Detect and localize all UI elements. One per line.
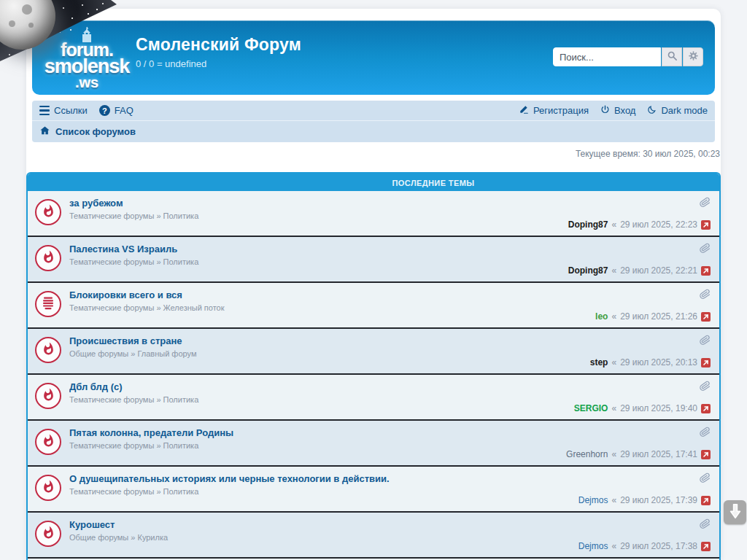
forum-link[interactable]: Политика bbox=[163, 257, 199, 266]
breadcrumb-forum-index[interactable]: Список форумов bbox=[39, 125, 136, 138]
topic-row[interactable]: Блокировки всего и вся Тематические фору… bbox=[28, 283, 719, 329]
forum-link[interactable]: Железный поток bbox=[163, 303, 225, 312]
topic-main: Палестина VS Израиль Тематические форумы… bbox=[69, 244, 581, 266]
goto-last-post-icon[interactable] bbox=[701, 542, 711, 551]
current-time: Текущее время: 30 июл 2025, 00:23 bbox=[26, 149, 720, 159]
goto-last-post-icon[interactable] bbox=[701, 358, 711, 368]
search-bar bbox=[553, 47, 703, 66]
topic-row[interactable]: Палестина VS Израиль Тематические форумы… bbox=[28, 237, 719, 283]
topic-status-icon bbox=[35, 475, 61, 501]
topic-forum-path: Тематические форумы » Политика bbox=[69, 257, 581, 266]
nav-login[interactable]: Вход bbox=[600, 105, 635, 117]
nav-faq[interactable]: ? FAQ bbox=[99, 105, 133, 116]
topic-title-link[interactable]: Дбл блд (с) bbox=[69, 381, 581, 392]
nav-register[interactable]: Регистрация bbox=[519, 104, 589, 117]
last-post-author[interactable]: Dejmos bbox=[578, 541, 608, 551]
navbar: Ссылки ? FAQ Регистрация bbox=[32, 101, 715, 142]
topics-list: за рубежом Тематические форумы » Политик… bbox=[28, 191, 719, 560]
flame-icon bbox=[42, 434, 55, 451]
recent-topics-header: ПОСЛЕДНИЕ ТЕМЫ bbox=[28, 174, 719, 191]
last-post-author[interactable]: step bbox=[590, 357, 608, 368]
paperclip-icon bbox=[700, 472, 711, 486]
last-post-author[interactable]: Greenhorn bbox=[566, 449, 608, 459]
path-separator: » bbox=[154, 303, 163, 312]
topic-title-link[interactable]: Курошест bbox=[69, 519, 581, 530]
scroll-to-bottom-button[interactable] bbox=[724, 500, 746, 524]
goto-last-post-icon[interactable] bbox=[701, 496, 711, 505]
last-post-date: 29 июл 2025, 17:39 bbox=[620, 495, 697, 505]
star-dot bbox=[9, 54, 10, 55]
lines-icon bbox=[41, 295, 55, 313]
nav-login-label: Вход bbox=[614, 105, 635, 116]
topic-forum-path: Тематические форумы » Политика bbox=[69, 211, 581, 220]
date-separator: « bbox=[611, 403, 616, 413]
recent-topics-panel: ПОСЛЕДНИЕ ТЕМЫ за рубежом Тема bbox=[26, 172, 721, 560]
forum-link[interactable]: Политика bbox=[163, 211, 199, 220]
topic-row[interactable]: Пятая колонна, предатели Родины Тематиче… bbox=[28, 421, 719, 467]
path-separator: » bbox=[128, 349, 137, 358]
topic-title-link[interactable]: Происшествия в стране bbox=[69, 335, 581, 346]
last-post-info: Dejmos « 29 июл 2025, 17:39 bbox=[578, 495, 711, 505]
forum-link[interactable]: Тематические форумы bbox=[69, 303, 154, 312]
forum-link[interactable]: Общие форумы bbox=[69, 349, 128, 358]
last-post-author[interactable]: Doping87 bbox=[568, 219, 608, 230]
site-logo[interactable]: forum. smolensk .ws bbox=[42, 26, 131, 90]
paperclip-icon bbox=[700, 518, 711, 532]
flame-icon bbox=[42, 342, 55, 359]
goto-last-post-icon[interactable] bbox=[701, 266, 711, 276]
goto-last-post-icon[interactable] bbox=[701, 312, 711, 322]
forum-link[interactable]: Главный форум bbox=[137, 349, 196, 358]
topic-title-link[interactable]: О душещипательных историях или черные те… bbox=[69, 473, 581, 484]
topic-row[interactable]: Курошест Общие форумы » Курилка Dejmos «… bbox=[28, 513, 719, 559]
date-separator: « bbox=[611, 541, 616, 551]
nav-darkmode[interactable]: Dark mode bbox=[647, 105, 708, 117]
down-arrow-icon bbox=[729, 503, 741, 522]
goto-last-post-icon[interactable] bbox=[701, 220, 711, 230]
forum-link[interactable]: Общие форумы bbox=[69, 533, 128, 542]
nav-links-label: Ссылки bbox=[54, 105, 88, 116]
topic-row[interactable]: Происшествия в стране Общие форумы » Гла… bbox=[28, 329, 719, 375]
breadcrumb-label: Список форумов bbox=[55, 126, 136, 137]
star-dot bbox=[82, 4, 83, 6]
last-post-info: leo « 29 июл 2025, 21:26 bbox=[595, 311, 711, 322]
site-header: forum. smolensk .ws Смоленский Форум 0 /… bbox=[32, 20, 715, 95]
topic-row[interactable]: Дбл блд (с) Тематические форумы » Полити… bbox=[28, 375, 719, 421]
site-title[interactable]: Смоленский Форум bbox=[136, 35, 301, 55]
search-button[interactable] bbox=[662, 47, 682, 66]
topic-title-link[interactable]: Палестина VS Израиль bbox=[69, 244, 581, 254]
last-post-date: 29 июл 2025, 22:21 bbox=[620, 265, 697, 276]
forum-link[interactable]: Тематические форумы bbox=[69, 395, 154, 404]
path-separator: » bbox=[128, 533, 137, 542]
topic-title-link[interactable]: за рубежом bbox=[69, 198, 581, 209]
last-post-author[interactable]: leo bbox=[595, 311, 608, 322]
forum-link[interactable]: Тематические форумы bbox=[69, 487, 154, 496]
date-separator: « bbox=[611, 495, 616, 505]
last-post-author[interactable]: Doping87 bbox=[568, 265, 608, 276]
topic-row[interactable]: О душещипательных историях или черные те… bbox=[28, 467, 719, 513]
goto-last-post-icon[interactable] bbox=[701, 450, 711, 459]
nav-links-menu[interactable]: Ссылки bbox=[39, 105, 88, 116]
advanced-search-button[interactable] bbox=[683, 47, 703, 66]
page-container: forum. smolensk .ws Смоленский Форум 0 /… bbox=[26, 9, 721, 560]
forum-link[interactable]: Курилка bbox=[137, 533, 168, 542]
topic-row[interactable]: за рубежом Тематические форумы » Политик… bbox=[28, 191, 719, 237]
topic-status-icon bbox=[35, 337, 61, 363]
forum-link[interactable]: Политика bbox=[163, 487, 199, 496]
topic-title-link[interactable]: Блокировки всего и вся bbox=[69, 289, 581, 300]
topic-title-link[interactable]: Пятая колонна, предатели Родины bbox=[69, 427, 581, 438]
forum-link[interactable]: Тематические форумы bbox=[69, 257, 154, 266]
last-post-author[interactable]: Dejmos bbox=[578, 495, 608, 505]
goto-last-post-icon[interactable] bbox=[701, 404, 711, 413]
topic-status-icon bbox=[35, 521, 61, 547]
recent-topics-title: ПОСЛЕДНИЕ ТЕМЫ bbox=[392, 179, 475, 187]
forum-link[interactable]: Тематические форумы bbox=[69, 441, 154, 450]
topic-forum-path: Тематические форумы » Политика bbox=[69, 487, 581, 496]
forum-link[interactable]: Политика bbox=[163, 395, 199, 404]
last-post-date: 29 июл 2025, 17:41 bbox=[620, 449, 697, 459]
forum-link[interactable]: Тематические форумы bbox=[69, 211, 154, 220]
forum-link[interactable]: Политика bbox=[163, 441, 199, 450]
last-post-author[interactable]: SERGIO bbox=[574, 403, 608, 413]
topic-status-icon bbox=[35, 291, 61, 317]
search-input[interactable] bbox=[553, 47, 661, 66]
last-post-date: 29 июл 2025, 17:38 bbox=[620, 541, 697, 551]
